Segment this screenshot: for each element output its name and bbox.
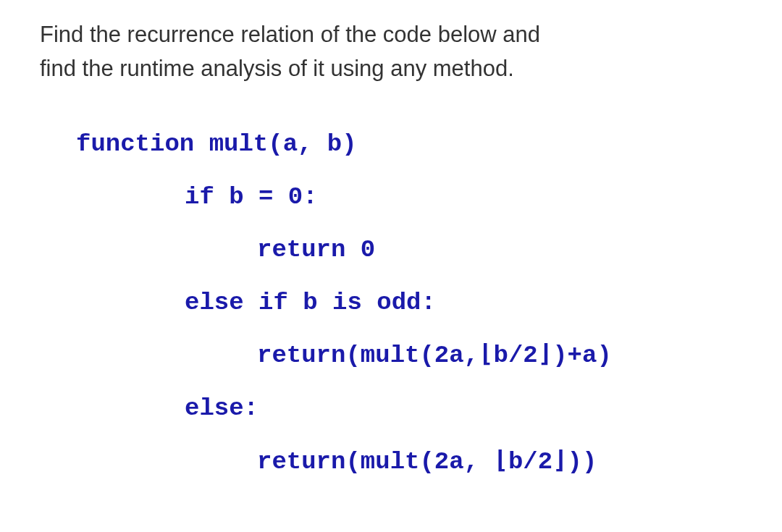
code-line-5: return(mult(2a,⌊b/2⌋)+a) xyxy=(76,329,746,382)
question-line-1: Find the recurrence relation of the code… xyxy=(40,22,540,47)
question-text: Find the recurrence relation of the code… xyxy=(40,18,746,85)
question-line-2: find the runtime analysis of it using an… xyxy=(40,56,514,81)
code-line-3: return 0 xyxy=(76,224,746,276)
code-line-2: if b = 0: xyxy=(76,171,746,224)
code-line-6: else: xyxy=(76,382,746,435)
document-container: Find the recurrence relation of the code… xyxy=(0,0,782,489)
code-line-1: function mult(a, b) xyxy=(76,118,746,171)
code-line-4: else if b is odd: xyxy=(76,276,746,329)
code-block: function mult(a, b) if b = 0: return 0 e… xyxy=(40,118,746,489)
code-line-7: return(mult(2a, ⌊b/2⌋)) xyxy=(76,436,746,489)
